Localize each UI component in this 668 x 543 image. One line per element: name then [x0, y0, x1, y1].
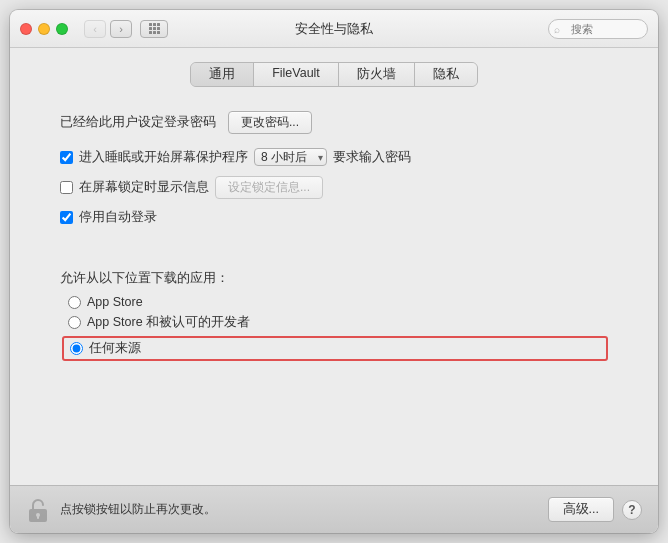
- downloads-label: 允许从以下位置下载的应用：: [60, 270, 608, 287]
- disable-autologin-label: 停用自动登录: [79, 209, 157, 226]
- help-button[interactable]: ?: [622, 500, 642, 520]
- tabs: 通用 FileVault 防火墙 隐私: [190, 62, 478, 87]
- tabs-area: 通用 FileVault 防火墙 隐私: [10, 48, 658, 97]
- lock-screen-row: 在屏幕锁定时显示信息 设定锁定信息...: [60, 176, 608, 199]
- password-label: 已经给此用户设定登录密码: [60, 114, 216, 131]
- lock-area: 点按锁按钮以防止再次更改。: [26, 496, 216, 524]
- autologin-checkbox-wrap: 停用自动登录: [60, 209, 157, 226]
- grid-button[interactable]: [140, 20, 168, 38]
- titlebar: ‹ › 安全性与隐私 ⌕: [10, 10, 658, 48]
- close-button[interactable]: [20, 23, 32, 35]
- radio-anywhere[interactable]: [70, 342, 83, 355]
- password-row: 已经给此用户设定登录密码 更改密码...: [60, 107, 608, 138]
- advanced-button[interactable]: 高级...: [548, 497, 614, 522]
- radio-anywhere-label: 任何来源: [89, 340, 141, 357]
- footer-right: 高级... ?: [548, 497, 642, 522]
- footer: 点按锁按钮以防止再次更改。 高级... ?: [10, 485, 658, 533]
- set-lock-info-button: 设定锁定信息...: [215, 176, 323, 199]
- radio-app-store-dev-label: App Store 和被认可的开发者: [87, 314, 250, 331]
- tab-firewall[interactable]: 防火墙: [339, 63, 415, 86]
- change-password-button[interactable]: 更改密码...: [228, 111, 312, 134]
- svg-rect-2: [37, 516, 39, 519]
- maximize-button[interactable]: [56, 23, 68, 35]
- minimize-button[interactable]: [38, 23, 50, 35]
- lock-screen-checkbox[interactable]: [60, 181, 73, 194]
- tab-privacy[interactable]: 隐私: [415, 63, 477, 86]
- back-button[interactable]: ‹: [84, 20, 106, 38]
- lock-icon[interactable]: [26, 496, 50, 524]
- search-icon: ⌕: [554, 23, 560, 34]
- search-input[interactable]: [548, 19, 648, 39]
- content-area: 已经给此用户设定登录密码 更改密码... 进入睡眠或开始屏幕保护程序 8 小时后…: [10, 97, 658, 485]
- window-title: 安全性与隐私: [295, 20, 373, 38]
- sleep-time-select-wrapper: 8 小时后 立即 5秒后 1分钟后 5分钟后: [254, 148, 327, 166]
- sleep-checkbox[interactable]: [60, 151, 73, 164]
- radio-group: App Store App Store 和被认可的开发者 任何来源: [68, 295, 608, 361]
- autologin-row: 停用自动登录: [60, 209, 608, 226]
- sleep-checkbox-row: 进入睡眠或开始屏幕保护程序 8 小时后 立即 5秒后 1分钟后 5分钟后 要求输…: [60, 148, 608, 166]
- sleep-time-select[interactable]: 8 小时后 立即 5秒后 1分钟后 5分钟后: [254, 148, 327, 166]
- radio-app-store-row: App Store: [68, 295, 608, 309]
- main-window: ‹ › 安全性与隐私 ⌕ 通用 FileVault 防火墙 隐私: [10, 10, 658, 533]
- downloads-section: 允许从以下位置下载的应用： App Store App Store 和被认可的开…: [60, 270, 608, 361]
- radio-app-store[interactable]: [68, 296, 81, 309]
- spacer: [60, 236, 608, 260]
- disable-autologin-checkbox[interactable]: [60, 211, 73, 224]
- search-bar: ⌕: [548, 19, 648, 39]
- radio-app-store-label: App Store: [87, 295, 143, 309]
- require-password-label: 要求输入密码: [333, 149, 411, 166]
- sleep-label: 进入睡眠或开始屏幕保护程序: [79, 149, 248, 166]
- footer-lock-label: 点按锁按钮以防止再次更改。: [60, 501, 216, 518]
- radio-app-store-dev[interactable]: [68, 316, 81, 329]
- tab-general[interactable]: 通用: [191, 63, 254, 86]
- lock-checkbox-wrap: 在屏幕锁定时显示信息: [60, 179, 209, 196]
- sleep-checkbox-wrap: 进入睡眠或开始屏幕保护程序: [60, 149, 248, 166]
- radio-app-store-dev-row: App Store 和被认可的开发者: [68, 314, 608, 331]
- nav-buttons: ‹ ›: [84, 20, 168, 38]
- grid-icon: [149, 23, 160, 34]
- radio-anywhere-row: 任何来源: [62, 336, 608, 361]
- tab-filevault[interactable]: FileVault: [254, 63, 339, 86]
- lock-screen-label: 在屏幕锁定时显示信息: [79, 179, 209, 196]
- forward-button[interactable]: ›: [110, 20, 132, 38]
- traffic-lights: [20, 23, 68, 35]
